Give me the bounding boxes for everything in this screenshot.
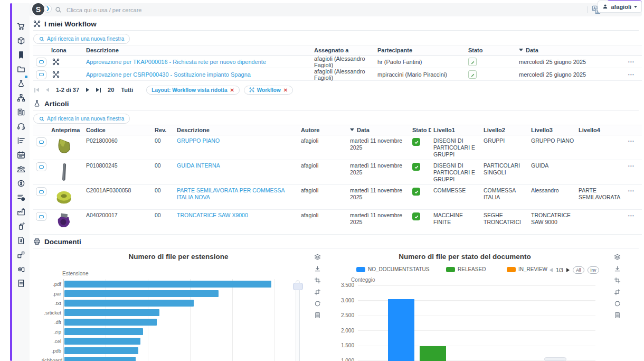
legend-item[interactable]: RELEASED: [446, 266, 486, 272]
sidebar-item-library[interactable]: [17, 108, 25, 116]
legend-item[interactable]: IN_REVIEW: [507, 266, 547, 272]
sidebar-item-cart[interactable]: [17, 22, 25, 31]
col-descrizione[interactable]: Descrizione: [175, 127, 299, 133]
page-size[interactable]: 20: [108, 87, 114, 93]
col-livello3[interactable]: Livello3: [529, 127, 576, 133]
zoom-reset-icon[interactable]: [314, 289, 321, 295]
filter-chip-workflow[interactable]: Workflow ✕: [244, 86, 293, 95]
articolo-link[interactable]: GRUPPO PIANO: [175, 137, 299, 144]
sidebar-item-machine[interactable]: [17, 265, 25, 273]
download-icon[interactable]: [614, 265, 621, 272]
col-stato-doc[interactable]: Stato Doc: [410, 127, 431, 133]
legend-prev-icon[interactable]: [550, 268, 553, 272]
chart-scroll-slider[interactable]: [296, 280, 300, 361]
col-data[interactable]: Data: [517, 47, 620, 53]
show-all-button[interactable]: Tutti: [121, 87, 133, 93]
col-autore[interactable]: Autore: [299, 127, 348, 133]
layers-icon[interactable]: [314, 254, 321, 261]
sidebar-item-list[interactable]: [17, 136, 25, 145]
sidebar-item-sitemap[interactable]: [17, 94, 25, 102]
expand-row-button[interactable]: [36, 212, 46, 221]
sidebar-item-spray[interactable]: [17, 222, 25, 230]
sidebar-expand-button[interactable]: ❯: [44, 5, 52, 13]
articolo-link[interactable]: TRONCATRICE SAW X9000: [175, 212, 299, 219]
user-menu-button[interactable]: afagioli: [598, 1, 642, 13]
legend-item[interactable]: NO_DOCUMENTSTATUS: [356, 266, 429, 272]
legend-inverse-button[interactable]: Inv: [588, 266, 599, 274]
global-search-input[interactable]: [65, 6, 541, 14]
sidebar-item-package[interactable]: [17, 36, 25, 45]
col-assegnato-a[interactable]: Assegnato a: [312, 47, 375, 53]
filter-chip-layout[interactable]: Layout: Workflow vista ridotta ✕: [146, 86, 240, 95]
sidebar-item-team[interactable]: [17, 165, 25, 173]
row-menu-button[interactable]: ⋯: [620, 162, 642, 170]
remove-chip-icon[interactable]: ✕: [283, 87, 288, 93]
sidebar-item-notebook[interactable]: [17, 279, 25, 288]
slider-handle[interactable]: [293, 283, 303, 290]
col-partecipante[interactable]: Partecipante: [375, 47, 466, 53]
rev-value: 00: [153, 137, 175, 144]
articoli-open-search-button[interactable]: Apri ricerca in una nuova finestra: [33, 114, 130, 124]
row-menu-button[interactable]: ⋯: [620, 187, 642, 195]
last-page-button[interactable]: [96, 88, 101, 92]
chart-zoom-slider[interactable]: [544, 357, 566, 361]
sidebar-item-folder[interactable]: [17, 65, 25, 73]
col-data[interactable]: Data: [348, 127, 410, 133]
sidebar-item-flask[interactable]: [17, 79, 25, 88]
workflow-row[interactable]: Approvazione per CSRP000430 - Sostituzio…: [33, 68, 642, 81]
expand-row-button[interactable]: [36, 187, 46, 196]
sidebar-item-bookmark[interactable]: [17, 51, 25, 59]
sidebar-item-calendar[interactable]: [17, 151, 25, 159]
expand-row-button[interactable]: [36, 137, 46, 146]
prev-page-button[interactable]: [46, 88, 49, 92]
data-view-icon[interactable]: [614, 312, 621, 319]
workflow-row[interactable]: Approvazione per TKAP000016 - Richiesta …: [33, 55, 642, 68]
remove-chip-icon[interactable]: ✕: [230, 87, 234, 93]
expand-row-button[interactable]: [36, 58, 46, 67]
expand-row-button[interactable]: [36, 70, 46, 79]
col-livello1[interactable]: Livello1: [431, 127, 481, 133]
legend-all-button[interactable]: All: [573, 266, 584, 274]
col-descrizione[interactable]: Descrizione: [84, 47, 312, 53]
refresh-icon[interactable]: [314, 300, 321, 307]
sidebar-item-modules[interactable]: [17, 251, 25, 259]
row-menu-button[interactable]: ⋯: [620, 71, 642, 78]
zoom-reset-icon[interactable]: [614, 289, 621, 295]
col-stato[interactable]: Stato: [466, 47, 517, 53]
refresh-icon[interactable]: [614, 300, 621, 307]
legend-next-icon[interactable]: [566, 268, 570, 272]
y-axis-tick: 3.000: [331, 298, 354, 303]
articolo-link[interactable]: PARTE SEMILAVORATA PER COMMESSA ITALIA N…: [175, 187, 299, 201]
articoli-row[interactable]: A040200017 00 TRONCATRICE SAW X9000 afag…: [33, 210, 642, 235]
download-icon[interactable]: [314, 265, 321, 272]
articoli-row[interactable]: P010800245 00 GUIDA INTERNA afagioli mar…: [33, 160, 642, 185]
row-menu-button[interactable]: ⋯: [620, 137, 642, 145]
bar-row: .pdb: [40, 346, 297, 355]
col-anteprima[interactable]: Anteprima: [49, 127, 84, 133]
sidebar-item-headset[interactable]: [17, 122, 25, 131]
workflow-open-search-button[interactable]: Apri ricerca in una nuova finestra: [33, 34, 130, 44]
data-view-icon[interactable]: [314, 312, 321, 319]
expand-row-button[interactable]: [36, 162, 46, 171]
row-menu-button[interactable]: ⋯: [620, 212, 642, 219]
workflow-link[interactable]: Approvazione per TKAP000016 - Richiesta …: [84, 59, 312, 65]
col-livello2[interactable]: Livello2: [481, 127, 529, 133]
sidebar-item-invoice[interactable]: [17, 236, 25, 245]
zoom-select-icon[interactable]: [314, 277, 321, 284]
sidebar-item-finance[interactable]: [17, 179, 25, 188]
next-page-button[interactable]: [86, 88, 89, 92]
articolo-link[interactable]: GUIDA INTERNA: [175, 162, 299, 169]
first-page-button[interactable]: [34, 88, 39, 92]
articoli-row[interactable]: C2001AF0300058 00 PARTE SEMILAVORATA PER…: [33, 185, 642, 210]
articoli-row[interactable]: P021800060 00 GRUPPO PIANO afagioli mart…: [33, 135, 642, 160]
col-livello4[interactable]: Livello4: [576, 127, 620, 133]
sidebar-item-factory[interactable]: [17, 208, 25, 216]
row-menu-button[interactable]: ⋯: [620, 58, 642, 66]
col-codice[interactable]: Codice: [84, 127, 153, 133]
workflow-link[interactable]: Approvazione per CSRP000430 - Sostituzio…: [84, 71, 312, 78]
col-rev[interactable]: Rev.: [153, 127, 175, 133]
layers-icon[interactable]: [614, 254, 621, 261]
col-icona[interactable]: Icona: [49, 47, 84, 53]
sidebar-item-list-badge[interactable]: [17, 193, 25, 202]
zoom-select-icon[interactable]: [614, 277, 621, 284]
